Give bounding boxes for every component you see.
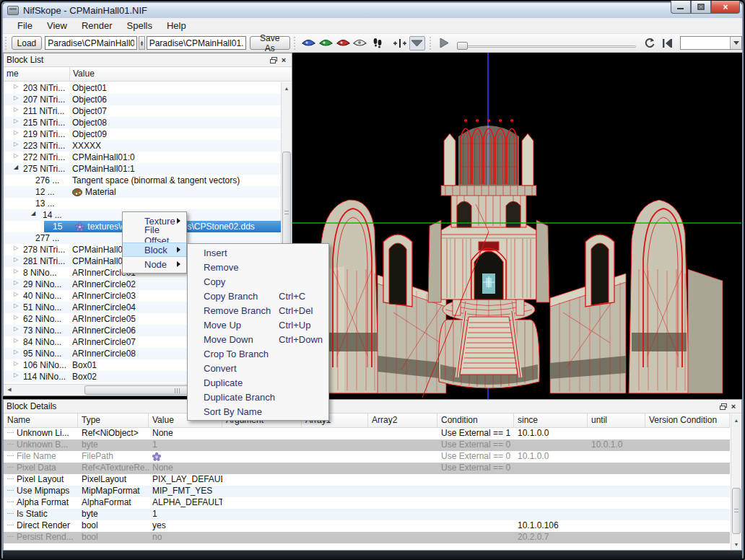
- menu-view[interactable]: View: [40, 19, 74, 32]
- menu-item-move-down[interactable]: Move DownCtrl+Down: [188, 332, 328, 346]
- loop-icon[interactable]: [642, 36, 658, 51]
- play-icon[interactable]: [436, 36, 452, 51]
- tree-row[interactable]: ▷219 NiTri...Object09: [4, 128, 281, 140]
- tree-row[interactable]: ◢275 NiTri...CPMainHall01:1: [4, 163, 281, 175]
- toolbar: Load ▲▼ Save As 0.000: [3, 34, 742, 53]
- menu-help[interactable]: Help: [160, 19, 193, 32]
- menu-item-remove[interactable]: Remove: [188, 260, 328, 274]
- float-panel-button[interactable]: [269, 56, 279, 65]
- tree-row[interactable]: ▷215 NiTri...Object08: [4, 117, 281, 128]
- close-icon: ×: [723, 2, 728, 12]
- detail-row[interactable]: Alpha FormatAlphaFormatALPHA_DEFAULT: [4, 497, 730, 509]
- swap-paths-button[interactable]: ▲▼: [139, 36, 144, 50]
- window-title: NifSkope - CPMainHall01.NIF: [23, 5, 147, 16]
- save-path-field[interactable]: [147, 36, 246, 50]
- slider-track[interactable]: [457, 45, 636, 48]
- detail-row[interactable]: Persist Rend...boolno20.2.0.7: [4, 532, 730, 543]
- block-details-vscrollbar[interactable]: ▲ ▼: [731, 414, 741, 550]
- load-button[interactable]: Load: [12, 36, 43, 50]
- maximize-button[interactable]: [691, 1, 711, 14]
- tree-row[interactable]: ▷223 NiTri...XXXXX: [4, 140, 281, 152]
- menu-file[interactable]: File: [10, 19, 40, 32]
- align-icon[interactable]: [392, 36, 408, 51]
- detail-row[interactable]: Pixel DataRef<ATextureRe...NoneUse Exter…: [4, 463, 730, 474]
- title-bar[interactable]: NifSkope - CPMainHall01.NIF: [3, 3, 742, 18]
- viewport-3d[interactable]: [292, 53, 741, 399]
- minimize-button[interactable]: [671, 1, 691, 14]
- animation-combo[interactable]: [680, 36, 742, 50]
- menu-item-duplicate-branch[interactable]: Duplicate Branch: [188, 390, 328, 404]
- detail-row[interactable]: Use MipmapsMipMapFormatMIP_FMT_YES: [4, 486, 730, 497]
- detail-row[interactable]: Direct Renderboolyes10.1.0.106: [4, 520, 730, 532]
- slider-thumb[interactable]: [457, 42, 468, 50]
- material-palette-icon: [72, 188, 82, 196]
- menu-item-node[interactable]: Node: [123, 257, 186, 271]
- col-type[interactable]: Type: [78, 414, 149, 427]
- scroll-left-icon[interactable]: ◀: [4, 385, 14, 394]
- col-version-condition[interactable]: Version Condition: [645, 414, 730, 427]
- detail-row[interactable]: Pixel LayoutPixelLayoutPIX_LAY_DEFAULT: [4, 474, 730, 486]
- col-condition[interactable]: Condition: [437, 414, 514, 427]
- menu-item-crop-to-branch[interactable]: Crop To Branch: [188, 346, 328, 361]
- animation-slider[interactable]: 0.000: [457, 35, 636, 52]
- float-details-button[interactable]: [718, 402, 728, 411]
- menu-item-duplicate[interactable]: Duplicate: [188, 375, 328, 390]
- col-array2[interactable]: Array2: [368, 414, 437, 427]
- tree-row[interactable]: 276 ...Tangent space (binormal & tangent…: [4, 175, 281, 186]
- menu-item-copy[interactable]: Copy: [188, 274, 328, 289]
- col-since[interactable]: since: [514, 414, 588, 427]
- load-path-field[interactable]: [45, 36, 137, 50]
- toolbar-separator-2: [430, 37, 435, 50]
- submenu-arrow-icon: [177, 261, 180, 267]
- scroll-down-icon[interactable]: ▼: [732, 539, 741, 549]
- block-list-header: me Value: [4, 67, 292, 82]
- filepath-flower-icon: [152, 452, 161, 461]
- menu-item-remove-branch[interactable]: Remove BranchCtrl+Del: [188, 303, 328, 318]
- tree-row[interactable]: ▷211 NiTri...Object07: [4, 105, 281, 117]
- menu-bar: File View Render Spells Help: [3, 18, 742, 34]
- menu-spells[interactable]: Spells: [120, 19, 160, 32]
- detail-row[interactable]: File NameFilePathUse External == 010.1.0…: [4, 451, 730, 463]
- chevron-down-icon[interactable]: [409, 36, 425, 51]
- scroll-up-icon[interactable]: ▲: [732, 415, 741, 425]
- viewport-3d-model: [292, 53, 741, 399]
- menu-item-insert[interactable]: Insert: [188, 245, 328, 260]
- menu-item-copy-branch[interactable]: Copy BranchCtrl+C: [188, 289, 328, 303]
- menu-item-move-up[interactable]: Move UpCtrl+Up: [188, 318, 328, 332]
- tree-row[interactable]: ▷272 NiTri...CPMainHall01:0: [4, 152, 281, 163]
- close-panel-button[interactable]: ×: [279, 56, 289, 65]
- eye-gray-icon[interactable]: [352, 36, 368, 51]
- detail-row[interactable]: Unknown B...byte1Use External == 010.0.1…: [4, 439, 730, 451]
- column-value[interactable]: Value: [70, 67, 292, 81]
- combo-dropdown-icon[interactable]: [730, 37, 741, 49]
- menu-item-block[interactable]: Block: [123, 242, 186, 257]
- menu-item-file-offset[interactable]: File Offset: [123, 228, 186, 242]
- block-details-titlebar[interactable]: Block Details ×: [4, 400, 741, 414]
- eye-green-icon[interactable]: [318, 36, 334, 51]
- block-list-titlebar[interactable]: Block List ×: [4, 53, 292, 67]
- footsteps-icon[interactable]: [370, 36, 385, 51]
- tree-row[interactable]: ▷207 NiTri...Object06: [4, 94, 281, 105]
- menu-item-convert[interactable]: Convert: [188, 361, 328, 375]
- step-icon[interactable]: [659, 36, 675, 51]
- block-details-table[interactable]: Unknown Li...Ref<NiObject>NoneUse Extern…: [4, 428, 741, 543]
- scroll-up-icon[interactable]: ▲: [282, 83, 291, 93]
- vscroll-thumb[interactable]: [732, 488, 741, 534]
- close-button[interactable]: ×: [711, 1, 740, 14]
- eye-red-icon[interactable]: [335, 36, 351, 51]
- close-details-button[interactable]: ×: [728, 402, 739, 411]
- block-details-panel: Block Details × Name Type Value Argument…: [3, 399, 742, 551]
- window-bottom-frame: [3, 551, 742, 559]
- menu-item-sort-by-name[interactable]: Sort By Name: [188, 404, 328, 419]
- menu-render[interactable]: Render: [74, 19, 120, 32]
- save-as-button[interactable]: Save As: [250, 36, 290, 50]
- tree-row[interactable]: ▷203 NiTri...Object01: [4, 82, 281, 94]
- detail-row[interactable]: Unknown Li...Ref<NiObject>NoneUse Extern…: [4, 428, 730, 439]
- col-until[interactable]: until: [588, 414, 645, 427]
- col-name[interactable]: Name: [4, 414, 78, 427]
- tree-row[interactable]: 13 ...: [4, 198, 281, 209]
- tree-row[interactable]: 12 ... Material: [4, 186, 281, 198]
- detail-row[interactable]: Is Staticbyte1: [4, 509, 730, 520]
- eye-blue-icon[interactable]: [300, 36, 316, 51]
- column-name[interactable]: me: [4, 67, 70, 81]
